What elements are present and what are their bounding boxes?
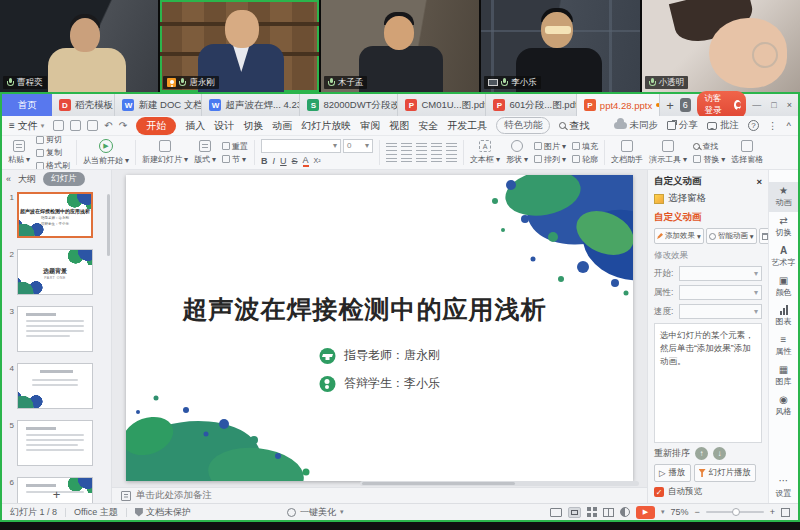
horizontal-scrollbar[interactable] bbox=[360, 481, 639, 486]
slide-thumbnail-2[interactable]: 2 选题背景 PART ONE bbox=[2, 249, 111, 295]
guest-login-button[interactable]: 访客登录 bbox=[697, 91, 747, 119]
font-size-combo[interactable]: 0▾ bbox=[343, 139, 373, 153]
more-tools-icon[interactable]: ⋯ bbox=[779, 475, 789, 486]
cut-button[interactable]: 剪切 bbox=[36, 135, 70, 145]
layout-button[interactable]: 版式▾ bbox=[191, 136, 219, 169]
superscript-button[interactable]: X² bbox=[314, 157, 321, 164]
doc-assistant-button[interactable]: 文档助手 bbox=[608, 136, 646, 169]
side-tab-gallery[interactable]: ▦ 图库 bbox=[769, 361, 798, 391]
notes-view-icon[interactable] bbox=[550, 508, 562, 517]
menu-tab-transition[interactable]: 切换 bbox=[243, 119, 263, 133]
smart-animation-button[interactable]: 智能动画▾ bbox=[706, 228, 757, 244]
comment-button[interactable]: 批注 bbox=[707, 119, 739, 132]
side-tab-color[interactable]: ▣ 颜色 bbox=[769, 272, 798, 302]
print-preview-icon[interactable] bbox=[87, 120, 98, 131]
reset-button[interactable]: 重置 bbox=[222, 141, 248, 152]
slide-thumbnail-3[interactable]: 3 bbox=[2, 306, 111, 352]
save-icon[interactable] bbox=[53, 120, 64, 131]
collapse-ribbon-icon[interactable]: ^ bbox=[787, 120, 791, 131]
bullet-list-icon[interactable] bbox=[386, 143, 397, 152]
tab-sheet[interactable]: S 82000DWT分段改 bbox=[300, 94, 398, 116]
move-up-button[interactable]: ↑ bbox=[695, 447, 708, 460]
help-icon[interactable]: ? bbox=[748, 120, 759, 131]
align-center-icon[interactable] bbox=[401, 154, 412, 163]
italic-button[interactable]: I bbox=[273, 156, 276, 166]
menu-tab-review[interactable]: 审阅 bbox=[360, 119, 380, 133]
video-tile[interactable]: 木子孟 bbox=[321, 0, 479, 92]
slideshow-button[interactable]: ▶ bbox=[636, 506, 655, 519]
menu-find[interactable]: 查找 bbox=[559, 119, 589, 133]
copy-button[interactable]: 复制 bbox=[36, 147, 70, 158]
line-spacing-icon[interactable] bbox=[446, 143, 457, 152]
menu-tab-view[interactable]: 视图 bbox=[389, 119, 409, 133]
format-painter-button[interactable]: 格式刷 bbox=[36, 160, 70, 170]
tab-docer[interactable]: D 稻壳模板 bbox=[52, 94, 115, 116]
menu-tab-slideshow[interactable]: 幻灯片放映 bbox=[301, 119, 351, 133]
shape-button[interactable]: 形状▾ bbox=[503, 136, 531, 169]
video-tile[interactable]: 李小乐 bbox=[481, 0, 639, 92]
bold-button[interactable]: B bbox=[261, 156, 268, 166]
menu-tab-devtools[interactable]: 开发工具 bbox=[447, 119, 487, 133]
maximize-button[interactable]: □ bbox=[771, 100, 776, 110]
font-name-combo[interactable]: ▾ bbox=[261, 139, 341, 153]
align-right-icon[interactable] bbox=[416, 154, 427, 163]
property-combo[interactable]: ▾ bbox=[679, 285, 762, 300]
side-tab-settings[interactable]: 设置 bbox=[776, 488, 792, 499]
arrange-button[interactable]: 排列▾ bbox=[534, 154, 566, 165]
slide-title[interactable]: 超声波在焊接检测中的应用浅析 bbox=[126, 293, 603, 326]
fill-button[interactable]: 填充 bbox=[572, 141, 598, 152]
slide-sorter-icon[interactable] bbox=[587, 507, 591, 511]
menu-tab-insert[interactable]: 插入 bbox=[185, 119, 205, 133]
fullscreen-icon[interactable] bbox=[781, 508, 790, 517]
tab-slides[interactable]: 幻灯片 bbox=[43, 172, 85, 186]
outline-button[interactable]: 轮廓 bbox=[572, 154, 598, 165]
zoom-slider[interactable] bbox=[706, 511, 764, 513]
replace-button[interactable]: 替换▾ bbox=[693, 154, 725, 165]
select-pane-link[interactable]: 选择窗格 bbox=[654, 192, 762, 205]
undo-icon[interactable]: ↶ bbox=[104, 120, 112, 131]
slide-advisor-line[interactable]: 指导老师：唐永刚 bbox=[319, 347, 440, 364]
minimize-button[interactable]: — bbox=[752, 100, 761, 110]
increase-indent-icon[interactable] bbox=[431, 143, 442, 152]
share-button[interactable]: 分享 bbox=[667, 119, 698, 132]
notes-bar[interactable]: 单击此处添加备注 bbox=[112, 487, 647, 503]
paste-button[interactable]: 粘贴▾ bbox=[5, 136, 33, 169]
textbox-button[interactable]: A 文本框▾ bbox=[467, 136, 503, 169]
slideshow-dropdown-icon[interactable]: ▾ bbox=[661, 508, 665, 516]
menu-tab-start[interactable]: 开始 bbox=[136, 117, 176, 135]
new-tab-button[interactable]: + bbox=[666, 98, 674, 113]
menu-tab-animation[interactable]: 动画 bbox=[272, 119, 292, 133]
sync-status[interactable]: 未同步 bbox=[614, 119, 659, 132]
close-button[interactable]: × bbox=[787, 100, 792, 110]
side-tab-transition[interactable]: ⇄ 切换 bbox=[769, 212, 798, 242]
slide-thumbnail-5[interactable]: 5 bbox=[2, 420, 111, 466]
new-slide-button[interactable]: 新建幻灯片▾ bbox=[139, 136, 191, 169]
side-tab-animation[interactable]: ★ 动画 bbox=[769, 182, 798, 212]
close-panel-icon[interactable]: × bbox=[756, 176, 762, 187]
menu-file[interactable]: ≡ 文件 ▾ bbox=[9, 119, 44, 133]
slide-thumbnail-4[interactable]: 4 bbox=[2, 363, 111, 409]
add-effect-button[interactable]: 添加效果▾ bbox=[654, 228, 704, 244]
tab-new-doc[interactable]: W 新建 DOC 文档 bbox=[115, 94, 202, 116]
side-tab-style[interactable]: ◉ 风格 bbox=[769, 391, 798, 421]
zoom-level[interactable]: 75% bbox=[670, 507, 688, 517]
print-icon[interactable] bbox=[70, 120, 81, 131]
justify-icon[interactable] bbox=[431, 154, 442, 163]
slideshow-play-button[interactable]: 幻灯片播放 bbox=[694, 464, 757, 482]
slide-thumbnail-1[interactable]: 1 超声波在焊接检测中的应用浅析 指导老师：唐永刚 答辩学生：李小乐 bbox=[2, 192, 111, 238]
slide-indicator[interactable]: 幻灯片 1 / 8 bbox=[10, 506, 57, 519]
select-pane-button[interactable]: 选择窗格 bbox=[728, 136, 766, 169]
menu-tab-design[interactable]: 设计 bbox=[214, 119, 234, 133]
zoom-out-button[interactable]: − bbox=[694, 507, 699, 517]
beautify-button[interactable]: 一键美化 ▾ bbox=[287, 506, 344, 519]
strikethrough-button[interactable]: S bbox=[292, 156, 298, 166]
tab-thesis-doc[interactable]: W 超声波在焊... 4.23 bbox=[202, 94, 300, 116]
collapse-panel-icon[interactable]: « bbox=[6, 174, 11, 184]
panel-scrollbar[interactable] bbox=[107, 194, 110, 256]
auto-preview-checkbox[interactable]: ✓ 自动预览 bbox=[654, 486, 762, 498]
more-icon[interactable]: ⋮ bbox=[768, 120, 778, 131]
zoom-in-button[interactable]: + bbox=[770, 507, 775, 517]
video-tile[interactable]: 小透明 bbox=[642, 0, 800, 92]
add-slide-button[interactable]: + bbox=[53, 488, 61, 501]
slide-student-line[interactable]: 答辩学生：李小乐 bbox=[319, 375, 440, 392]
